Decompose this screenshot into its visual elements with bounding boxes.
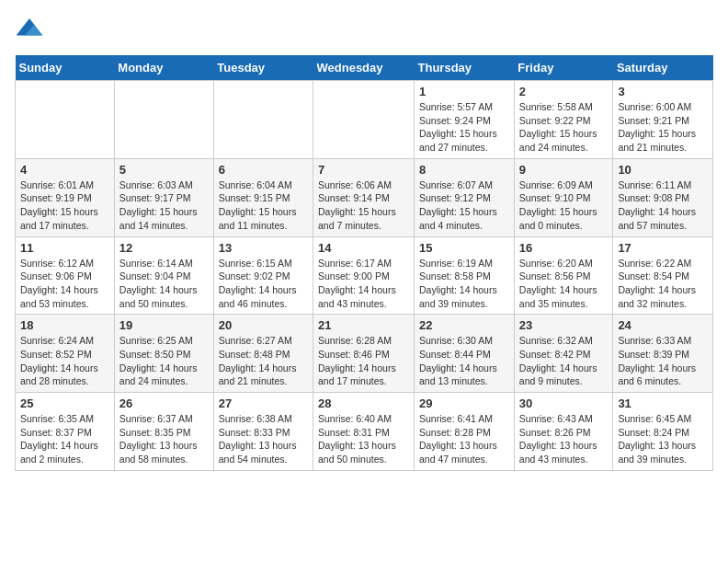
calendar-cell: 26Sunrise: 6:37 AMSunset: 8:35 PMDayligh… (114, 393, 213, 471)
calendar-cell: 10Sunrise: 6:11 AMSunset: 9:08 PMDayligh… (613, 158, 713, 236)
day-number: 18 (20, 318, 109, 332)
calendar-cell: 7Sunrise: 6:06 AMSunset: 9:14 PMDaylight… (313, 158, 415, 236)
day-info: Sunrise: 5:58 AMSunset: 9:22 PMDaylight:… (519, 100, 609, 155)
day-number: 31 (618, 396, 708, 410)
day-info: Sunrise: 6:06 AMSunset: 9:14 PMDaylight:… (318, 178, 409, 233)
logo (15, 15, 46, 44)
day-number: 8 (419, 163, 509, 177)
day-number: 29 (419, 396, 509, 410)
calendar-cell: 11Sunrise: 6:12 AMSunset: 9:06 PMDayligh… (16, 236, 115, 315)
calendar-cell (313, 81, 415, 159)
day-info: Sunrise: 6:19 AMSunset: 8:58 PMDaylight:… (419, 257, 509, 311)
day-info: Sunrise: 6:45 AMSunset: 8:24 PMDaylight:… (618, 412, 708, 466)
day-info: Sunrise: 6:41 AMSunset: 8:28 PMDaylight:… (419, 412, 509, 466)
day-number: 17 (618, 241, 708, 255)
calendar-cell: 12Sunrise: 6:14 AMSunset: 9:04 PMDayligh… (114, 236, 213, 315)
day-number: 14 (318, 241, 409, 255)
day-info: Sunrise: 6:27 AMSunset: 8:48 PMDaylight:… (219, 334, 308, 388)
day-number: 22 (419, 318, 509, 332)
day-number: 3 (618, 85, 708, 98)
header-saturday: Saturday (613, 55, 713, 81)
day-info: Sunrise: 6:28 AMSunset: 8:46 PMDaylight:… (318, 334, 409, 388)
day-info: Sunrise: 6:24 AMSunset: 8:52 PMDaylight:… (20, 334, 109, 388)
calendar-week-row: 25Sunrise: 6:35 AMSunset: 8:37 PMDayligh… (16, 393, 713, 471)
day-info: Sunrise: 6:40 AMSunset: 8:31 PMDaylight:… (318, 412, 409, 466)
day-number: 20 (219, 318, 308, 332)
header-friday: Friday (514, 55, 613, 81)
day-info: Sunrise: 6:25 AMSunset: 8:50 PMDaylight:… (119, 334, 209, 388)
calendar-cell: 22Sunrise: 6:30 AMSunset: 8:44 PMDayligh… (415, 315, 515, 393)
day-number: 12 (119, 241, 209, 255)
day-number: 1 (419, 85, 509, 98)
day-info: Sunrise: 6:22 AMSunset: 8:54 PMDaylight:… (618, 257, 708, 311)
day-number: 5 (119, 163, 209, 177)
day-info: Sunrise: 6:09 AMSunset: 9:10 PMDaylight:… (519, 178, 609, 233)
calendar-cell: 13Sunrise: 6:15 AMSunset: 9:02 PMDayligh… (213, 236, 313, 315)
calendar-cell: 31Sunrise: 6:45 AMSunset: 8:24 PMDayligh… (613, 393, 713, 471)
calendar-week-row: 4Sunrise: 6:01 AMSunset: 9:19 PMDaylight… (16, 158, 713, 236)
day-number: 15 (419, 241, 509, 255)
header-sunday: Sunday (16, 55, 115, 81)
header-wednesday: Wednesday (313, 55, 415, 81)
calendar-cell: 5Sunrise: 6:03 AMSunset: 9:17 PMDaylight… (114, 158, 213, 236)
calendar-cell: 19Sunrise: 6:25 AMSunset: 8:50 PMDayligh… (114, 315, 213, 393)
day-number: 26 (119, 396, 209, 410)
day-info: Sunrise: 6:14 AMSunset: 9:04 PMDaylight:… (119, 257, 209, 311)
day-info: Sunrise: 6:11 AMSunset: 9:08 PMDaylight:… (618, 178, 708, 233)
calendar-cell: 8Sunrise: 6:07 AMSunset: 9:12 PMDaylight… (415, 158, 515, 236)
day-info: Sunrise: 6:04 AMSunset: 9:15 PMDaylight:… (219, 178, 308, 233)
day-number: 7 (318, 163, 409, 177)
header-monday: Monday (114, 55, 213, 81)
calendar-week-row: 18Sunrise: 6:24 AMSunset: 8:52 PMDayligh… (16, 315, 713, 393)
calendar-cell: 15Sunrise: 6:19 AMSunset: 8:58 PMDayligh… (415, 236, 515, 315)
calendar-cell: 24Sunrise: 6:33 AMSunset: 8:39 PMDayligh… (613, 315, 713, 393)
day-number: 25 (20, 396, 109, 410)
calendar-cell: 18Sunrise: 6:24 AMSunset: 8:52 PMDayligh… (16, 315, 115, 393)
page-header (15, 15, 713, 44)
day-info: Sunrise: 6:38 AMSunset: 8:33 PMDaylight:… (219, 412, 308, 466)
day-number: 24 (618, 318, 708, 332)
day-info: Sunrise: 6:12 AMSunset: 9:06 PMDaylight:… (20, 257, 109, 311)
day-info: Sunrise: 6:30 AMSunset: 8:44 PMDaylight:… (419, 334, 509, 388)
day-number: 28 (318, 396, 409, 410)
day-info: Sunrise: 6:37 AMSunset: 8:35 PMDaylight:… (119, 412, 209, 466)
day-number: 27 (219, 396, 308, 410)
day-info: Sunrise: 6:20 AMSunset: 8:56 PMDaylight:… (519, 257, 609, 311)
logo-icon (15, 15, 44, 44)
day-number: 13 (219, 241, 308, 255)
calendar-week-row: 1Sunrise: 5:57 AMSunset: 9:24 PMDaylight… (16, 81, 713, 159)
day-info: Sunrise: 6:35 AMSunset: 8:37 PMDaylight:… (20, 412, 109, 466)
day-number: 2 (519, 85, 609, 98)
calendar-cell: 25Sunrise: 6:35 AMSunset: 8:37 PMDayligh… (16, 393, 115, 471)
calendar-week-row: 11Sunrise: 6:12 AMSunset: 9:06 PMDayligh… (16, 236, 713, 315)
calendar-cell: 2Sunrise: 5:58 AMSunset: 9:22 PMDaylight… (514, 81, 613, 159)
calendar-table: SundayMondayTuesdayWednesdayThursdayFrid… (15, 55, 713, 471)
day-number: 23 (519, 318, 609, 332)
calendar-cell: 28Sunrise: 6:40 AMSunset: 8:31 PMDayligh… (313, 393, 415, 471)
day-number: 19 (119, 318, 209, 332)
day-info: Sunrise: 6:03 AMSunset: 9:17 PMDaylight:… (119, 178, 209, 233)
calendar-header-row: SundayMondayTuesdayWednesdayThursdayFrid… (16, 55, 713, 81)
calendar-cell: 21Sunrise: 6:28 AMSunset: 8:46 PMDayligh… (313, 315, 415, 393)
calendar-cell: 4Sunrise: 6:01 AMSunset: 9:19 PMDaylight… (16, 158, 115, 236)
day-info: Sunrise: 6:07 AMSunset: 9:12 PMDaylight:… (419, 178, 509, 233)
day-number: 6 (219, 163, 308, 177)
day-info: Sunrise: 6:01 AMSunset: 9:19 PMDaylight:… (20, 178, 109, 233)
calendar-cell: 23Sunrise: 6:32 AMSunset: 8:42 PMDayligh… (514, 315, 613, 393)
day-info: Sunrise: 6:00 AMSunset: 9:21 PMDaylight:… (618, 100, 708, 155)
day-number: 11 (20, 241, 109, 255)
day-number: 4 (20, 163, 109, 177)
day-number: 21 (318, 318, 409, 332)
day-info: Sunrise: 6:15 AMSunset: 9:02 PMDaylight:… (219, 257, 308, 311)
calendar-cell: 9Sunrise: 6:09 AMSunset: 9:10 PMDaylight… (514, 158, 613, 236)
day-number: 30 (519, 396, 609, 410)
calendar-cell (213, 81, 313, 159)
day-info: Sunrise: 6:43 AMSunset: 8:26 PMDaylight:… (519, 412, 609, 466)
calendar-cell: 3Sunrise: 6:00 AMSunset: 9:21 PMDaylight… (613, 81, 713, 159)
calendar-cell: 14Sunrise: 6:17 AMSunset: 9:00 PMDayligh… (313, 236, 415, 315)
day-info: Sunrise: 6:33 AMSunset: 8:39 PMDaylight:… (618, 334, 708, 388)
header-thursday: Thursday (415, 55, 515, 81)
calendar-cell: 29Sunrise: 6:41 AMSunset: 8:28 PMDayligh… (415, 393, 515, 471)
day-info: Sunrise: 6:32 AMSunset: 8:42 PMDaylight:… (519, 334, 609, 388)
day-number: 10 (618, 163, 708, 177)
